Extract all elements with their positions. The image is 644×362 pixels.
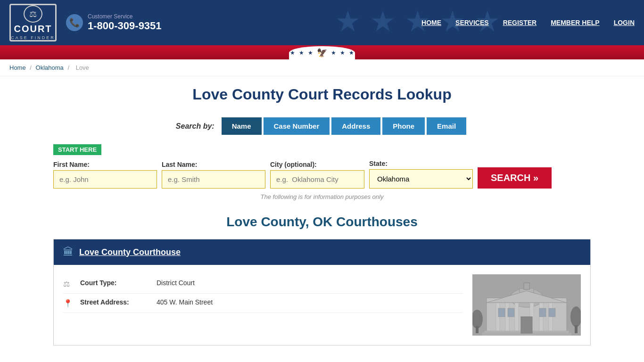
courthouse-body: ⚖ Court Type: District Court 📍 Street Ad…: [54, 265, 590, 345]
logo-emblem: ⚖: [24, 5, 42, 23]
address-row: 📍 Street Address: 405 W. Main Street: [63, 294, 463, 313]
nav-member-help[interactable]: MEMBER HELP: [551, 19, 599, 26]
state-group: State: Oklahoma Alabama Alaska Arizona: [369, 160, 473, 189]
city-input[interactable]: [270, 170, 364, 189]
star-right-1: ★: [331, 49, 336, 56]
last-name-group: Last Name:: [162, 161, 265, 189]
court-type-label: Court Type:: [80, 279, 151, 287]
courthouse-building-icon: 🏛: [63, 246, 74, 258]
courthouse-svg: [472, 274, 581, 336]
search-form: First Name: Last Name: City (optional): …: [53, 160, 591, 189]
star-left-2: ★: [299, 49, 304, 56]
first-name-group: First Name:: [53, 161, 157, 189]
svg-rect-14: [521, 317, 532, 333]
courthouse-details: ⚖ Court Type: District Court 📍 Street Ad…: [63, 274, 463, 336]
city-label: City (optional):: [270, 161, 364, 168]
svg-rect-5: [496, 303, 500, 333]
address-value: 405 W. Main Street: [157, 298, 213, 306]
svg-rect-15: [498, 308, 505, 317]
red-bar: ★ ★ ★ 🦅 ★ ★ ★: [0, 45, 644, 59]
logo-court-text: COURT: [14, 24, 52, 34]
page-title: Love County Court Records Lookup: [53, 86, 591, 103]
main-content: Love County Court Records Lookup Search …: [44, 76, 600, 362]
svg-rect-6: [505, 303, 509, 333]
search-by-row: Search by: Name Case Number Address Phon…: [53, 117, 591, 135]
phone-icon: 📞: [66, 14, 83, 31]
courthouses-title: Love County, OK Courthouses: [53, 214, 591, 230]
courthouse-name-link[interactable]: Love County Courthouse: [79, 247, 181, 257]
court-type-row: ⚖ Court Type: District Court: [63, 274, 463, 294]
svg-rect-17: [539, 308, 546, 317]
site-header: ⚖ COURT CASE FINDER 📞 Customer Service 1…: [0, 0, 644, 59]
breadcrumb-sep-1: /: [30, 64, 33, 71]
address-label: Street Address:: [80, 298, 151, 306]
svg-rect-20: [476, 326, 479, 333]
breadcrumb: Home / Oklahoma / Love: [0, 59, 644, 76]
breadcrumb-love: Love: [76, 64, 89, 71]
logo-finder-text: CASE FINDER: [11, 35, 55, 40]
court-type-value: District Court: [157, 279, 195, 287]
search-by-label: Search by:: [176, 122, 215, 131]
star-left-3: ★: [308, 49, 313, 56]
info-note: The following is for information purpose…: [53, 193, 591, 200]
eagle-icon: 🦅: [317, 48, 327, 58]
breadcrumb-home[interactable]: Home: [9, 64, 26, 71]
tab-name[interactable]: Name: [222, 117, 262, 135]
first-name-input[interactable]: [53, 170, 157, 189]
city-group: City (optional):: [270, 161, 364, 189]
courthouse-header: 🏛 Love County Courthouse: [54, 239, 590, 265]
nav-register[interactable]: REGISTER: [503, 19, 537, 26]
courthouse-image: [472, 274, 581, 336]
svg-rect-22: [575, 325, 578, 333]
cs-phone: 1-800-309-9351: [88, 20, 162, 32]
svg-rect-10: [549, 303, 553, 333]
star-right-3: ★: [349, 49, 354, 56]
court-type-icon: ⚖: [63, 280, 74, 288]
last-name-label: Last Name:: [162, 161, 265, 168]
nav-services[interactable]: SERVICES: [455, 19, 489, 26]
tab-email[interactable]: Email: [427, 117, 466, 135]
star-right-2: ★: [340, 49, 345, 56]
logo-area: ⚖ COURT CASE FINDER: [9, 4, 57, 41]
svg-rect-4: [524, 283, 529, 289]
svg-rect-18: [549, 308, 555, 317]
address-icon: 📍: [63, 299, 74, 308]
courthouse-card: 🏛 Love County Courthouse ⚖ Court Type: D…: [53, 239, 591, 346]
cs-label: Customer Service: [88, 13, 162, 20]
breadcrumb-oklahoma[interactable]: Oklahoma: [36, 64, 64, 71]
nav-login[interactable]: LOGIN: [614, 19, 635, 26]
star-left-1: ★: [290, 49, 295, 56]
eagle-area: ★ ★ ★ 🦅 ★ ★ ★: [289, 46, 355, 59]
state-select[interactable]: Oklahoma Alabama Alaska Arizona: [369, 169, 473, 189]
state-label: State:: [369, 160, 473, 167]
main-nav: HOME SERVICES REGISTER MEMBER HELP LOGIN: [421, 19, 635, 26]
tab-phone[interactable]: Phone: [382, 117, 425, 135]
start-here-badge: START HERE: [53, 144, 101, 155]
svg-rect-9: [539, 303, 543, 333]
tab-case-number[interactable]: Case Number: [264, 117, 330, 135]
first-name-label: First Name:: [53, 161, 157, 168]
last-name-input[interactable]: [162, 170, 265, 189]
customer-service: 📞 Customer Service 1-800-309-9351: [66, 13, 162, 32]
svg-rect-16: [508, 308, 514, 317]
svg-rect-7: [515, 303, 519, 333]
search-button[interactable]: SEARCH »: [478, 167, 552, 189]
tab-address[interactable]: Address: [331, 117, 380, 135]
logo-box: ⚖ COURT CASE FINDER: [9, 4, 57, 41]
breadcrumb-sep-2: /: [67, 64, 71, 71]
nav-home[interactable]: HOME: [421, 19, 441, 26]
